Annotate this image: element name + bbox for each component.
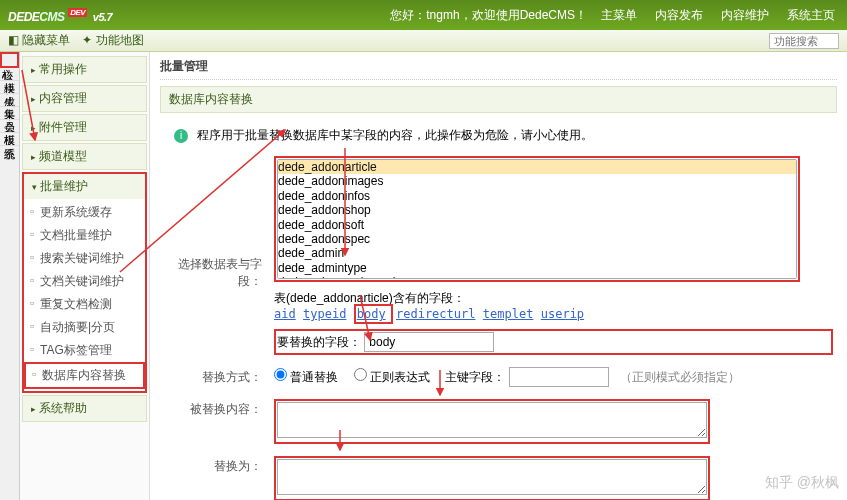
- info-icon: i: [174, 129, 188, 143]
- logo-text-1: DEDE: [8, 10, 39, 24]
- primary-key-input[interactable]: [509, 367, 609, 387]
- field-link-userip[interactable]: userip: [541, 307, 584, 321]
- fields-suffix: )含有的字段：: [389, 291, 465, 305]
- menu-group-attach: 附件管理: [22, 114, 147, 141]
- header-right: 您好：tngmh，欢迎使用DedeCMS！ 主菜单 内容发布 内容维护 系统主页: [390, 5, 839, 26]
- hide-menu-label: 隐藏菜单: [22, 33, 70, 47]
- menu-group-common: 常用操作: [22, 56, 147, 83]
- mode-key-label: 主键字段：: [445, 370, 505, 384]
- menu-group-attach-header[interactable]: 附件管理: [23, 115, 146, 140]
- mode-normal-radio[interactable]: 普通替换: [274, 370, 338, 384]
- nav-sys-home[interactable]: 系统主页: [783, 5, 839, 26]
- menu-group-content: 内容管理: [22, 85, 147, 112]
- table-option[interactable]: dede_addonsoft: [278, 218, 796, 232]
- header-bar: DEDECMS DEV v5.7 您好：tngmh，欢迎使用DedeCMS！ 主…: [0, 0, 847, 30]
- vnav-core[interactable]: 核心: [0, 52, 19, 68]
- table-option[interactable]: dede_advancedsearch: [278, 275, 796, 279]
- select-table-label: 选择数据表与字段：: [164, 156, 274, 290]
- dst-label: 替换为：: [164, 456, 274, 475]
- sitemap-link[interactable]: ✦ 功能地图: [82, 32, 143, 49]
- table-select[interactable]: dede_addonarticle dede_addonimages dede_…: [277, 159, 797, 279]
- fields-line: 表(dede_addonarticle)含有的字段： aid typeid bo…: [274, 290, 833, 321]
- menu-item-auto-summary[interactable]: 自动摘要|分页: [24, 316, 145, 339]
- menu-item-tag-manage[interactable]: TAG标签管理: [24, 339, 145, 362]
- menu-group-content-header[interactable]: 内容管理: [23, 86, 146, 111]
- mode-note: （正则模式必须指定）: [620, 370, 740, 384]
- sitemap-label: 功能地图: [96, 33, 144, 47]
- vnav-member[interactable]: 会员: [0, 107, 19, 120]
- table-option[interactable]: dede_addonarticle: [278, 160, 796, 174]
- vnav-system[interactable]: 系统: [0, 133, 19, 146]
- content-area: 批量管理 数据库内容替换 i 程序用于批量替换数据库中某字段的内容，此操作极为危…: [150, 52, 847, 500]
- vertical-nav: 核心 模块 生成 采集 会员 模板 系统: [0, 52, 20, 500]
- dest-textarea[interactable]: [277, 459, 707, 495]
- logo-text-2: CMS: [39, 10, 64, 24]
- field-link-aid[interactable]: aid: [274, 307, 296, 321]
- field-replace-label: 要替换的字段：: [277, 335, 361, 349]
- section-header: 数据库内容替换: [160, 86, 837, 113]
- welcome-text: 您好：tngmh，欢迎使用DedeCMS！: [390, 7, 587, 24]
- menu-item-search-kw[interactable]: 搜索关键词维护: [24, 247, 145, 270]
- table-option[interactable]: dede_addoninfos: [278, 189, 796, 203]
- menu-item-dup-check[interactable]: 重复文档检测: [24, 293, 145, 316]
- table-option[interactable]: dede_addonimages: [278, 174, 796, 188]
- menu-group-help: 系统帮助: [22, 395, 147, 422]
- toolbar: ◧ 隐藏菜单 ✦ 功能地图: [0, 30, 847, 52]
- menu-group-batch-header[interactable]: 批量维护: [24, 174, 145, 199]
- breadcrumb: 批量管理: [160, 58, 837, 80]
- source-textarea[interactable]: [277, 402, 707, 438]
- field-link-redirecturl[interactable]: redirecturl: [396, 307, 475, 321]
- nav-publish[interactable]: 内容发布: [651, 5, 707, 26]
- menu-group-common-header[interactable]: 常用操作: [23, 57, 146, 82]
- vnav-module[interactable]: 模块: [0, 68, 19, 81]
- table-option[interactable]: dede_admin: [278, 246, 796, 260]
- nav-maintain[interactable]: 内容维护: [717, 5, 773, 26]
- menu-item-cache[interactable]: 更新系统缓存: [24, 201, 145, 224]
- menu-group-help-header[interactable]: 系统帮助: [23, 396, 146, 421]
- table-option[interactable]: dede_addonspec: [278, 232, 796, 246]
- fields-table-name: dede_addonarticle: [290, 291, 389, 305]
- fields-prefix: 表(: [274, 291, 290, 305]
- menu-item-doc-batch[interactable]: 文档批量维护: [24, 224, 145, 247]
- hide-menu-toggle[interactable]: ◧ 隐藏菜单: [8, 32, 70, 49]
- vnav-collect[interactable]: 采集: [0, 94, 19, 107]
- menu-group-channel-header[interactable]: 频道模型: [23, 144, 146, 169]
- logo: DEDECMS DEV v5.7: [8, 7, 112, 24]
- field-link-templet[interactable]: templet: [483, 307, 534, 321]
- side-menu: 常用操作 内容管理 附件管理 频道模型 批量维护 更新系统缓存 文档批量维护 搜…: [20, 52, 150, 500]
- vnav-generate[interactable]: 生成: [0, 81, 19, 94]
- mode-label: 替换方式：: [164, 367, 274, 386]
- src-label: 被替换内容：: [164, 399, 274, 418]
- field-link-typeid[interactable]: typeid: [303, 307, 346, 321]
- field-replace-input[interactable]: [364, 332, 494, 352]
- function-search-input[interactable]: [769, 33, 839, 49]
- menu-group-channel: 频道模型: [22, 143, 147, 170]
- mode-regex-radio[interactable]: 正则表达式: [354, 370, 430, 384]
- mode-normal-text: 普通替换: [290, 370, 338, 384]
- menu-item-doc-kw[interactable]: 文档关键词维护: [24, 270, 145, 293]
- field-link-body[interactable]: body: [357, 307, 386, 321]
- vnav-template[interactable]: 模板: [0, 120, 19, 133]
- menu-group-batch: 批量维护 更新系统缓存 文档批量维护 搜索关键词维护 文档关键词维护 重复文档检…: [22, 172, 147, 393]
- table-option[interactable]: dede_addonshop: [278, 203, 796, 217]
- nav-main-menu[interactable]: 主菜单: [597, 5, 641, 26]
- table-option[interactable]: dede_admintype: [278, 261, 796, 275]
- mode-regex-text: 正则表达式: [370, 370, 430, 384]
- beta-badge: DEV: [68, 8, 87, 17]
- version-text: v5.7: [93, 11, 112, 23]
- warning-text: 程序用于批量替换数据库中某字段的内容，此操作极为危险，请小心使用。: [197, 128, 593, 142]
- menu-item-db-replace[interactable]: 数据库内容替换: [24, 362, 145, 389]
